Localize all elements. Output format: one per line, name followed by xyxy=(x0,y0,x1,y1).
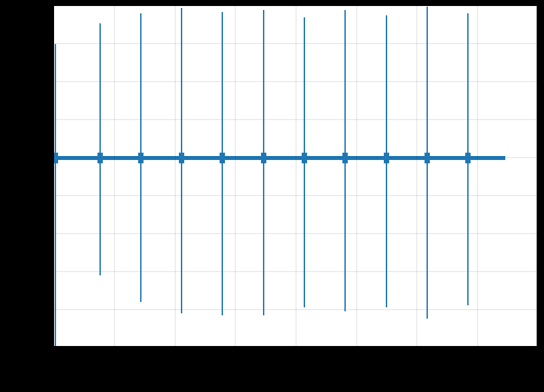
x-axis-multiplier: ×10⁶ xyxy=(517,367,535,377)
y-tick-label: 0 xyxy=(43,152,48,162)
y-tick xyxy=(50,157,53,157)
x-tick-label: 8 xyxy=(535,352,539,362)
x-tick xyxy=(53,347,54,350)
grid-line-v xyxy=(235,6,236,347)
y-tick xyxy=(50,347,53,347)
x-axis-label: Time (s) xyxy=(276,368,310,379)
signal-spike xyxy=(263,10,264,315)
signal-spike xyxy=(181,8,182,313)
signal-spike xyxy=(427,7,428,319)
signal-spike xyxy=(222,12,223,315)
y-tick-label: 3 xyxy=(43,38,48,48)
x-tick-label: 6 xyxy=(414,352,419,362)
x-tick xyxy=(113,347,114,350)
x-tick xyxy=(416,347,417,350)
grid-line-h xyxy=(54,81,537,82)
signal-spike xyxy=(304,17,305,307)
x-tick xyxy=(234,347,235,350)
y-tick-label: -2 xyxy=(40,227,48,237)
x-tick-label: 7 xyxy=(474,352,479,362)
x-tick-label: 4 xyxy=(293,352,298,362)
grid-line-v xyxy=(175,6,176,347)
y-tick xyxy=(50,195,53,195)
grid-line-h xyxy=(54,43,537,44)
y-tick-label: -3 xyxy=(40,265,48,275)
x-tick xyxy=(477,347,477,350)
grid-line-v xyxy=(296,6,296,347)
chart-plot-area xyxy=(53,5,537,347)
x-tick-label: 3 xyxy=(232,352,237,362)
x-tick xyxy=(537,347,538,350)
x-tick xyxy=(174,347,175,350)
x-tick-label: 2 xyxy=(172,352,176,362)
grid-line-h xyxy=(54,233,537,234)
signal-spike xyxy=(467,13,469,305)
grid-line-h xyxy=(54,119,537,120)
grid-line-v xyxy=(477,6,478,347)
signal-spike xyxy=(344,10,346,311)
y-tick xyxy=(50,271,53,271)
y-tick-label: -4 xyxy=(40,303,48,313)
grid-line-h xyxy=(54,271,537,272)
signal-spike xyxy=(55,44,56,347)
y-tick xyxy=(50,5,53,6)
signal-spike xyxy=(386,15,387,307)
x-tick xyxy=(356,347,356,350)
grid-line-v xyxy=(114,6,115,347)
y-tick xyxy=(50,119,53,119)
grid-line-h xyxy=(54,195,537,196)
grid-line-h xyxy=(54,309,537,310)
x-tick-label: 5 xyxy=(353,352,358,362)
y-tick-label: 4 xyxy=(43,0,48,10)
y-tick-label: -1 xyxy=(40,189,48,199)
x-tick-label: 1 xyxy=(111,352,116,362)
signal-spike xyxy=(99,23,101,275)
y-tick-label: -5 xyxy=(40,341,48,351)
y-tick xyxy=(50,81,53,81)
signal-spike xyxy=(140,13,142,301)
grid-line-v xyxy=(417,6,417,347)
grid-line-v xyxy=(356,6,357,347)
x-tick xyxy=(295,347,296,350)
y-tick xyxy=(50,43,53,43)
y-axis-label: Amplitude xyxy=(13,161,24,202)
x-tick-label: 0 xyxy=(51,352,55,362)
y-tick-label: 1 xyxy=(43,114,48,124)
y-tick xyxy=(50,233,53,233)
y-tick xyxy=(50,309,53,309)
y-tick-label: 2 xyxy=(43,76,48,86)
